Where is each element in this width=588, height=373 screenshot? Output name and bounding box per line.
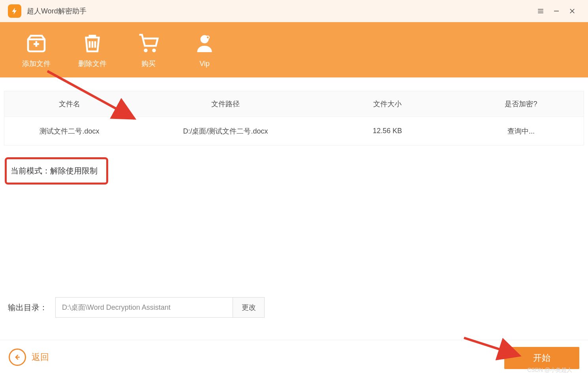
file-table: 文件名 文件路径 文件大小 是否加密? 测试文件二号.docx D:/桌面/测试…	[4, 91, 584, 145]
minimize-button[interactable]	[549, 3, 564, 19]
main-toolbar: 添加文件 删除文件 购买 Vip	[0, 22, 588, 77]
buy-label: 购买	[141, 59, 156, 68]
cart-icon	[137, 31, 160, 55]
cell-path: D:/桌面/测试文件二号.docx	[135, 126, 316, 136]
footer-divider	[0, 340, 588, 340]
output-row: 输出目录： D:\桌面\Word Decryption Assistant 更改	[8, 297, 265, 318]
close-icon	[569, 8, 576, 15]
trash-icon	[81, 31, 103, 55]
delete-file-button[interactable]: 删除文件	[73, 31, 111, 68]
menu-button[interactable]	[533, 3, 549, 19]
output-path-field[interactable]: D:\桌面\Word Decryption Assistant	[55, 297, 233, 318]
cell-name: 测试文件二号.docx	[4, 126, 135, 136]
add-file-button[interactable]: 添加文件	[17, 31, 55, 68]
minimize-icon	[553, 8, 560, 15]
back-arrow-icon	[9, 349, 26, 366]
output-label: 输出目录：	[8, 302, 47, 313]
vip-label: Vip	[199, 60, 210, 68]
cell-encrypted: 查询中...	[458, 126, 584, 136]
buy-button[interactable]: 购买	[130, 31, 167, 68]
col-encrypted: 是否加密?	[458, 99, 584, 109]
col-name: 文件名	[4, 99, 135, 109]
app-logo	[8, 4, 21, 18]
svg-point-3	[207, 36, 209, 39]
cell-size: 12.56 KB	[316, 127, 458, 135]
table-row[interactable]: 测试文件二号.docx D:/桌面/测试文件二号.docx 12.56 KB 查…	[4, 117, 584, 145]
col-path: 文件路径	[135, 99, 316, 109]
table-header: 文件名 文件路径 文件大小 是否加密?	[4, 91, 584, 117]
add-file-label: 添加文件	[22, 59, 51, 68]
add-file-icon	[25, 31, 47, 55]
watermark: CSDN @小奥超人	[527, 367, 572, 373]
user-icon	[193, 32, 216, 56]
close-button[interactable]	[564, 3, 580, 19]
back-button[interactable]: 返回	[9, 349, 49, 366]
start-button[interactable]: 开始	[504, 347, 579, 369]
svg-point-1	[152, 49, 156, 52]
delete-file-label: 删除文件	[78, 59, 107, 68]
title-bar: 超人Word解密助手	[0, 0, 588, 22]
menu-icon	[537, 8, 544, 15]
change-output-button[interactable]: 更改	[233, 297, 265, 318]
col-size: 文件大小	[316, 99, 458, 109]
svg-point-0	[144, 49, 147, 52]
vip-button[interactable]: Vip	[186, 32, 224, 68]
back-label: 返回	[32, 351, 49, 363]
current-mode-label: 当前模式：解除使用限制	[5, 157, 108, 185]
app-title: 超人Word解密助手	[27, 6, 86, 16]
